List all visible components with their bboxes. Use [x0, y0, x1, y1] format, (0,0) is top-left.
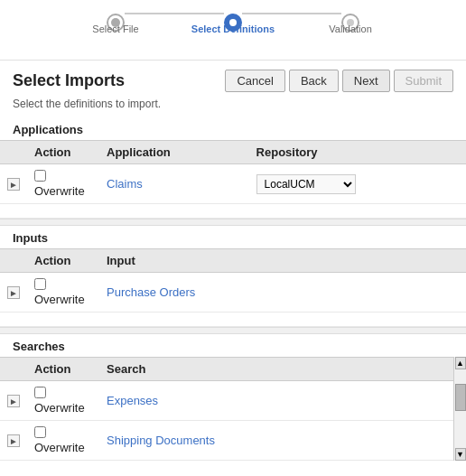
- expand-button-searches-0[interactable]: ►: [7, 395, 20, 407]
- wizard-step-validation: Validation: [341, 14, 359, 32]
- next-button[interactable]: Next: [342, 70, 390, 92]
- th-action-apps: Action: [27, 141, 99, 164]
- inputs-table: Action Input ► Overwrite Purchase Orders: [0, 248, 466, 327]
- table-row: ► Overwrite Expenses: [0, 381, 453, 421]
- action-label-apps-0: Overwrite: [34, 184, 85, 198]
- app-link-0[interactable]: Claims: [107, 177, 143, 191]
- td-action-searches-0: Overwrite: [27, 381, 99, 421]
- action-label-searches-0: Overwrite: [34, 401, 85, 415]
- searches-wrapper: Action Search ► Overwrite Expenses: [0, 357, 466, 461]
- section-spacer-1: [0, 219, 466, 226]
- section-title-searches: Searches: [0, 334, 466, 357]
- wizard-step-select-definitions: Select Definitions: [224, 14, 242, 32]
- searches-table-wrap: Action Search ► Overwrite Expenses: [0, 357, 466, 461]
- page-subtitle: Select the definitions to import.: [0, 96, 466, 117]
- checkbox-inputs-0[interactable]: [34, 278, 46, 290]
- cancel-button[interactable]: Cancel: [225, 70, 284, 92]
- td-action-inputs-0: Overwrite: [27, 273, 99, 313]
- scrollbar-track: ▲ ▼: [453, 357, 466, 461]
- td-action-searches-1: Overwrite: [27, 421, 99, 461]
- td-expand-apps-0: ►: [0, 164, 27, 204]
- submit-button[interactable]: Submit: [394, 70, 453, 92]
- wizard-steps: Select File Select Definitions Validatio…: [0, 0, 466, 40]
- th-expand-searches: [0, 358, 27, 381]
- scrollbar-arrow-down[interactable]: ▼: [455, 448, 466, 461]
- th-expand-apps: [0, 141, 27, 164]
- td-name-apps-0: Claims: [99, 164, 249, 204]
- th-repository: Repository: [249, 141, 466, 164]
- section-spacer-2: [0, 327, 466, 334]
- td-expand-searches-1: ►: [0, 421, 27, 461]
- step-label-select-file: Select File: [92, 23, 138, 34]
- scrollbar-arrow-up[interactable]: ▲: [455, 357, 466, 369]
- searches-table: Action Search ► Overwrite Expenses: [0, 357, 453, 461]
- th-action-inputs: Action: [27, 249, 99, 273]
- expand-button-inputs-0[interactable]: ►: [7, 286, 20, 299]
- step-label-validation: Validation: [329, 23, 372, 34]
- spacer-row-apps: [0, 204, 466, 219]
- applications-table: Action Application Repository ► Overwrit…: [0, 140, 466, 219]
- action-label-inputs-0: Overwrite: [34, 293, 85, 306]
- back-button[interactable]: Back: [289, 70, 339, 92]
- th-input: Input: [99, 249, 466, 273]
- checkbox-apps-0[interactable]: [34, 170, 46, 182]
- checkbox-searches-0[interactable]: [34, 387, 46, 398]
- td-repo-apps-0: LocalUCM: [249, 164, 466, 204]
- section-title-inputs: Inputs: [0, 226, 466, 248]
- step-connector-1: [125, 13, 224, 14]
- input-link-0[interactable]: Purchase Orders: [107, 285, 195, 299]
- th-search: Search: [99, 358, 453, 381]
- section-title-applications: Applications: [0, 117, 466, 140]
- td-expand-searches-0: ►: [0, 381, 27, 421]
- th-application: Application: [99, 141, 249, 164]
- td-name-inputs-0: Purchase Orders: [99, 273, 466, 313]
- scrollbar-thumb-area: [455, 369, 466, 448]
- wizard-step-select-file: Select File: [107, 14, 125, 32]
- th-action-searches: Action: [27, 358, 99, 381]
- expand-button-apps-0[interactable]: ►: [7, 178, 20, 191]
- search-link-0[interactable]: Expenses: [107, 394, 158, 407]
- step-connector-2: [242, 13, 341, 14]
- step-label-select-definitions: Select Definitions: [191, 23, 275, 34]
- td-action-apps-0: Overwrite: [27, 164, 99, 204]
- search-link-1[interactable]: Shipping Documents: [107, 434, 215, 447]
- table-row: ► Overwrite Shipping Documents: [0, 421, 453, 461]
- td-expand-inputs-0: ►: [0, 273, 27, 313]
- spacer-row-inputs: [0, 313, 466, 327]
- th-expand-inputs: [0, 249, 27, 273]
- table-row: ► Overwrite Purchase Orders: [0, 273, 466, 313]
- scrollbar-thumb[interactable]: [455, 384, 466, 411]
- page-title: Select Imports: [13, 71, 125, 90]
- expand-button-searches-1[interactable]: ►: [7, 434, 20, 447]
- table-row: ► Overwrite Claims LocalUCM: [0, 164, 466, 204]
- toolbar-buttons: Cancel Back Next Submit: [225, 70, 453, 92]
- repo-select-0[interactable]: LocalUCM: [256, 174, 356, 194]
- td-name-searches-0: Expenses: [99, 381, 453, 421]
- action-label-searches-1: Overwrite: [34, 441, 85, 454]
- td-name-searches-1: Shipping Documents: [99, 421, 453, 461]
- page-header: Select Imports Cancel Back Next Submit: [0, 60, 466, 96]
- checkbox-searches-1[interactable]: [34, 426, 46, 438]
